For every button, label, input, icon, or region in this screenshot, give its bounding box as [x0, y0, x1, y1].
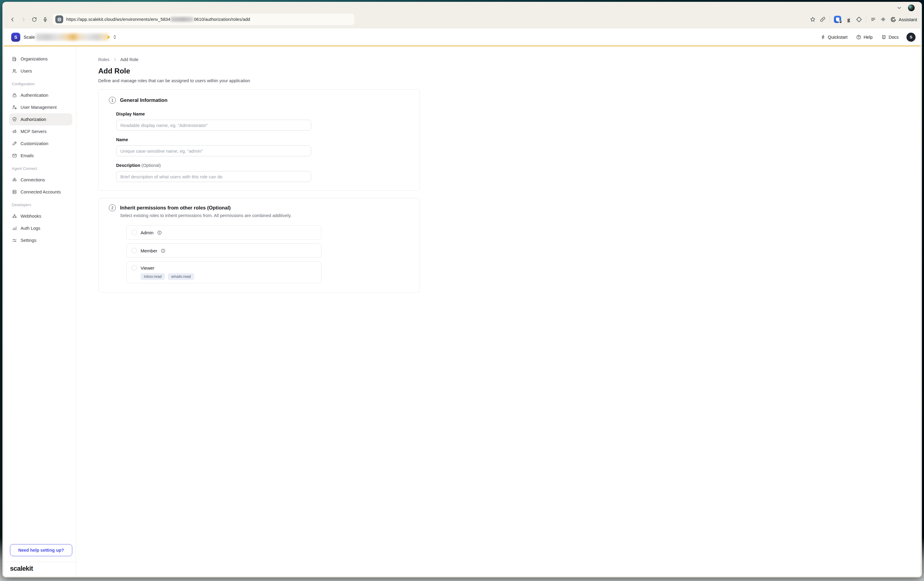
- sidebar-item-label: Auth Logs: [21, 226, 40, 231]
- app-header: S Scale Quickstart Help D: [4, 28, 462, 46]
- description-input[interactable]: [116, 171, 311, 182]
- role-option-label: Viewer: [140, 266, 155, 271]
- user-gear-icon: [12, 105, 17, 110]
- users-icon: [12, 68, 17, 74]
- reload-button-icon[interactable]: [31, 17, 37, 22]
- sidebar-item-label: Users: [21, 69, 32, 73]
- inherit-permissions-card: 2 Inherit permissions from other roles (…: [98, 198, 420, 290]
- back-button-icon[interactable]: [10, 17, 15, 22]
- forward-button-icon[interactable]: [21, 17, 26, 22]
- browser-window: https://app.scalekit.cloud/ws/environmen…: [2, 2, 462, 290]
- member-info-icon[interactable]: [161, 249, 165, 253]
- browser-toolbar: https://app.scalekit.cloud/ws/environmen…: [2, 13, 462, 28]
- sidebar-item-label: Webhooks: [21, 214, 41, 219]
- sidebar-item-user-management[interactable]: User Management: [9, 101, 72, 113]
- section-title: Inherit permissions from other roles (Op…: [120, 205, 231, 211]
- sidebar-item-organizations[interactable]: Organizations: [9, 53, 72, 65]
- shield-check-icon: [12, 117, 17, 122]
- step-number-badge: 2: [109, 204, 116, 211]
- cubes-icon: [12, 177, 17, 183]
- site-favicon-globe-icon: [55, 15, 63, 23]
- sidebar-item-authentication[interactable]: Authentication: [9, 89, 72, 101]
- sidebar-item-users[interactable]: Users: [9, 65, 72, 77]
- sidebar-item-label: Customization: [21, 141, 48, 146]
- breadcrumb-current: Add Role: [120, 57, 139, 62]
- role-option-viewer[interactable]: Viewer inbox:read emails:read: [126, 261, 322, 283]
- display-name-input[interactable]: [116, 120, 311, 130]
- address-bar[interactable]: https://app.scalekit.cloud/ws/environmen…: [52, 13, 355, 25]
- sidebar-item-auth-logs[interactable]: Auth Logs: [9, 222, 72, 234]
- sidebar-item-emails[interactable]: Emails: [9, 150, 72, 162]
- name-label: Name: [116, 137, 311, 143]
- organizations-icon: [12, 56, 17, 62]
- role-option-admin[interactable]: Admin: [126, 225, 322, 240]
- optional-hint: (Optional): [142, 163, 161, 168]
- scalekit-app-page: S Scale Quickstart Help D: [4, 28, 462, 290]
- sidebar-item-label: Authentication: [21, 93, 48, 97]
- page-subtitle: Define and manage roles that can be assi…: [98, 78, 462, 84]
- permission-tag: emails:read: [168, 273, 194, 280]
- role-option-label: Member: [140, 248, 157, 253]
- server-stack-icon: [12, 189, 17, 195]
- role-option-member[interactable]: Member: [126, 243, 322, 258]
- sidebar-item-connections[interactable]: Connections: [9, 174, 72, 186]
- sidebar-item-webhooks[interactable]: Webhooks: [9, 210, 72, 222]
- breadcrumb-chevron-icon: [113, 58, 117, 62]
- lock-icon: [12, 92, 17, 98]
- paintbrush-icon: [12, 141, 17, 146]
- workspace-redaction-triangle: [108, 35, 110, 39]
- sidebar: Organizations Users Configuration Authen…: [4, 46, 76, 290]
- sidebar-item-connected-accounts[interactable]: Connected Accounts: [9, 186, 72, 198]
- envelope-icon: [12, 153, 17, 158]
- sidebar-item-authorization[interactable]: Authorization: [9, 113, 72, 125]
- name-input[interactable]: [116, 145, 311, 156]
- viewer-radio[interactable]: [132, 265, 137, 271]
- breadcrumb: Roles Add Role: [98, 56, 462, 63]
- sidebar-item-label: Settings: [21, 238, 36, 243]
- sidebar-item-label: Connections: [21, 177, 45, 182]
- sidebar-item-label: Connected Accounts: [21, 190, 61, 195]
- workspace-selector-caret-icon[interactable]: [112, 35, 117, 40]
- sidebar-section-agent-connect: Agent Connect: [9, 167, 72, 172]
- sidebar-item-mcp-servers[interactable]: MCP Servers: [9, 125, 72, 137]
- sidebar-item-label: Organizations: [21, 56, 48, 61]
- section-description: Select existing roles to inherit permiss…: [120, 213, 420, 219]
- description-label: Description (Optional): [116, 163, 311, 169]
- browser-title-strip: [2, 2, 462, 13]
- step-number-badge: 1: [109, 97, 116, 104]
- workspace-name: Scale: [23, 35, 35, 40]
- breadcrumb-roles-link[interactable]: Roles: [98, 57, 109, 62]
- sidebar-item-label: User Management: [21, 105, 56, 110]
- sidebar-item-label: Emails: [21, 153, 34, 158]
- voice-search-mic-icon[interactable]: [42, 17, 48, 22]
- sidebar-section-developers: Developers: [9, 203, 72, 208]
- admin-info-icon[interactable]: [157, 230, 162, 235]
- page-title: Add Role: [98, 67, 462, 75]
- permission-tag: inbox:read: [140, 273, 165, 280]
- sidebar-section-configuration: Configuration: [9, 82, 72, 87]
- general-information-card: 1 General Information Display Name Name: [98, 89, 420, 191]
- role-option-label: Admin: [140, 230, 153, 235]
- scalekit-logo: S: [11, 33, 20, 42]
- url-text: https://app.scalekit.cloud/ws/environmen…: [66, 17, 250, 22]
- member-radio[interactable]: [132, 248, 137, 253]
- display-name-label: Display Name: [116, 112, 311, 117]
- sliders-icon: [12, 238, 17, 243]
- webhook-icon: [12, 213, 17, 219]
- sidebar-item-settings[interactable]: Settings: [9, 234, 72, 246]
- bar-chart-icon: [12, 226, 17, 231]
- desktop-wallpaper: https://app.scalekit.cloud/ws/environmen…: [0, 0, 462, 290]
- url-redaction-blur: [171, 17, 193, 22]
- workspace-name-redaction-blur: [36, 33, 108, 41]
- sidebar-item-label: MCP Servers: [21, 129, 46, 134]
- admin-radio[interactable]: [132, 230, 137, 235]
- main-content: Roles Add Role Add Role Define and manag…: [76, 46, 462, 290]
- section-title: General Information: [120, 97, 168, 103]
- sidebar-item-customization[interactable]: Customization: [9, 137, 72, 150]
- robot-icon: [12, 129, 17, 134]
- sidebar-item-label: Authorization: [21, 117, 46, 122]
